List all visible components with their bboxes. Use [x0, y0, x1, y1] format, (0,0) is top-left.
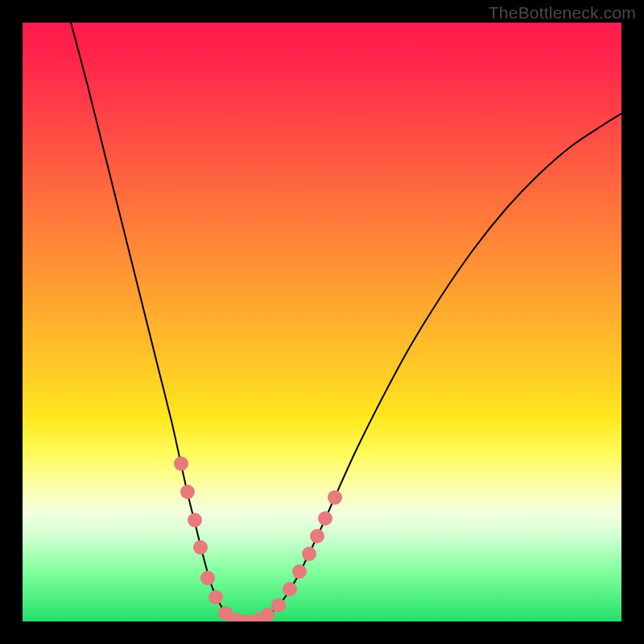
- chart-svg: [23, 23, 621, 621]
- data-marker: [174, 456, 188, 471]
- plot-area: [23, 23, 621, 621]
- watermark-label: TheBottleneck.com: [489, 3, 636, 23]
- chart-frame: TheBottleneck.com: [0, 0, 644, 644]
- data-marker: [180, 485, 195, 499]
- data-marker: [310, 529, 324, 543]
- data-marker: [200, 571, 215, 585]
- data-marker: [292, 564, 307, 579]
- data-marker: [328, 490, 342, 505]
- data-marker: [260, 608, 275, 621]
- data-marker: [318, 511, 332, 526]
- data-marker: [271, 598, 286, 613]
- data-marker: [193, 540, 208, 555]
- data-marker: [283, 582, 297, 597]
- data-marker: [208, 590, 223, 605]
- bottleneck-curve: [71, 23, 621, 621]
- data-marker: [302, 547, 316, 561]
- data-marker: [188, 513, 202, 527]
